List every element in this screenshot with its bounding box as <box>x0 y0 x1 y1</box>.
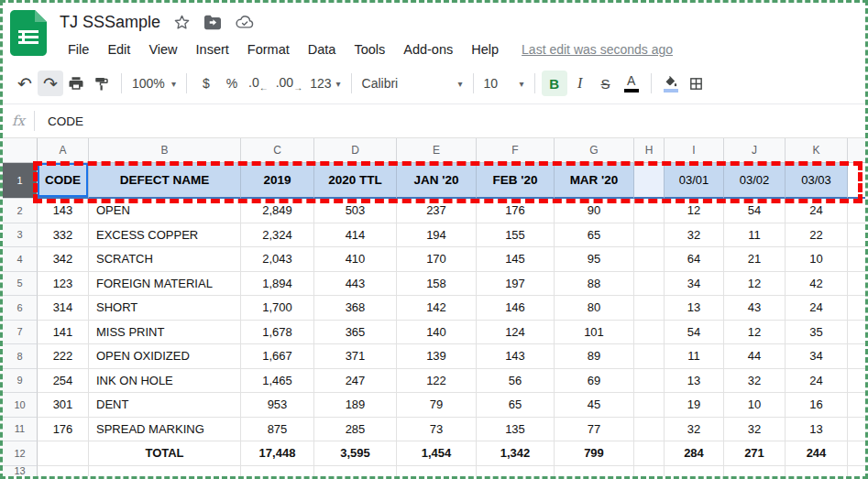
cell-k8[interactable]: 34 <box>786 344 848 369</box>
menu-item-tools[interactable]: Tools <box>346 39 393 60</box>
cell-d8[interactable]: 371 <box>314 344 397 369</box>
row-header-13[interactable]: 13 <box>3 466 38 477</box>
move-to-folder-icon[interactable] <box>203 14 222 30</box>
cell-j11[interactable]: 32 <box>724 418 786 442</box>
row-header-9[interactable]: 9 <box>3 369 38 394</box>
cell-a1[interactable]: CODE <box>38 163 89 199</box>
cell-f13[interactable] <box>477 466 555 477</box>
print-button[interactable] <box>63 71 89 96</box>
cell-f2[interactable]: 176 <box>477 199 555 223</box>
cell-e9[interactable]: 122 <box>397 369 477 394</box>
bold-button[interactable]: B <box>542 71 567 96</box>
cell-i2[interactable]: 12 <box>665 199 724 223</box>
google-sheets-logo-icon[interactable] <box>10 10 47 56</box>
menu-item-help[interactable]: Help <box>463 39 507 60</box>
cell-f10[interactable]: 65 <box>477 393 555 418</box>
more-formats-button[interactable]: 123 ▾ <box>306 71 344 96</box>
cell-h12[interactable] <box>634 441 665 466</box>
star-icon[interactable] <box>173 14 191 31</box>
cell-j12[interactable]: 271 <box>724 441 786 466</box>
cell-j6[interactable]: 43 <box>724 296 786 321</box>
cell-h13[interactable] <box>634 466 665 477</box>
cell-e3[interactable]: 194 <box>397 223 477 248</box>
cell-i6[interactable]: 13 <box>665 296 724 321</box>
cell-c5[interactable]: 1,894 <box>241 272 314 297</box>
cloud-saved-icon[interactable] <box>235 14 255 30</box>
cell-j3[interactable]: 11 <box>724 223 786 248</box>
document-title[interactable]: TJ SSSample <box>60 13 160 32</box>
text-color-button[interactable]: A <box>619 71 644 96</box>
menu-item-insert[interactable]: Insert <box>188 39 237 60</box>
cell-b4[interactable]: SCRATCH <box>89 247 241 272</box>
cell-i13[interactable] <box>665 466 724 477</box>
row-header-10[interactable]: 10 <box>3 393 38 418</box>
cell-k6[interactable]: 24 <box>786 296 848 321</box>
column-header-d[interactable]: D <box>314 138 397 163</box>
row-header-6[interactable]: 6 <box>3 296 38 321</box>
column-header-a[interactable]: A <box>38 138 89 163</box>
cell-i7[interactable]: 54 <box>665 321 724 345</box>
cell-g3[interactable]: 65 <box>555 223 634 248</box>
column-header-i[interactable]: I <box>665 138 724 163</box>
cell-e7[interactable]: 140 <box>397 321 477 345</box>
cell-d9[interactable]: 247 <box>314 369 397 394</box>
cell-i12[interactable]: 284 <box>665 441 724 466</box>
cell-i11[interactable]: 32 <box>665 418 724 442</box>
cell-d10[interactable]: 189 <box>314 393 397 418</box>
font-size-select[interactable]: 10 ▾ <box>480 71 528 96</box>
fill-color-button[interactable] <box>658 71 684 96</box>
row-header-5[interactable]: 5 <box>3 272 38 297</box>
cell-h4[interactable] <box>634 247 665 272</box>
cell-h2[interactable] <box>634 199 665 223</box>
cell-i8[interactable]: 11 <box>665 344 724 369</box>
font-select[interactable]: Calibri ▾ <box>358 71 467 96</box>
cell-j9[interactable]: 32 <box>724 369 786 394</box>
cell-e5[interactable]: 158 <box>397 272 477 297</box>
redo-button[interactable]: ↷ <box>38 71 63 96</box>
row-header-1[interactable]: 1 <box>3 163 38 199</box>
cell-b1[interactable]: DEFECT NAME <box>89 163 241 199</box>
cell-h9[interactable] <box>634 369 665 394</box>
cell-j10[interactable]: 10 <box>724 393 786 418</box>
paint-format-button[interactable] <box>89 71 115 96</box>
cell-h7[interactable] <box>634 321 665 345</box>
cell-d1[interactable]: 2020 TTL <box>314 163 397 199</box>
cell-c11[interactable]: 875 <box>241 418 314 442</box>
cell-b3[interactable]: EXCESS COPPER <box>89 223 241 248</box>
row-header-3[interactable]: 3 <box>3 223 38 248</box>
cell-c9[interactable]: 1,465 <box>241 369 314 394</box>
cell-f4[interactable]: 145 <box>477 247 555 272</box>
cell-a4[interactable]: 342 <box>38 247 89 272</box>
cell-c13[interactable] <box>241 466 314 477</box>
cell-i1[interactable]: 03/01 <box>665 163 724 199</box>
cell-a7[interactable]: 141 <box>38 321 89 345</box>
cell-j2[interactable]: 54 <box>724 199 786 223</box>
cell-c8[interactable]: 1,667 <box>241 344 314 369</box>
cell-g6[interactable]: 80 <box>555 296 634 321</box>
menu-item-edit[interactable]: Edit <box>99 39 138 60</box>
cell-b2[interactable]: OPEN <box>89 199 241 223</box>
cell-d4[interactable]: 410 <box>314 247 397 272</box>
cell-d13[interactable] <box>314 466 397 477</box>
cell-f1[interactable]: FEB '20 <box>477 163 555 199</box>
cell-c12[interactable]: 17,448 <box>241 441 314 466</box>
cell-a6[interactable]: 314 <box>38 296 89 321</box>
cell-i3[interactable]: 32 <box>665 223 724 248</box>
cell-k2[interactable]: 24 <box>786 199 848 223</box>
cell-h1[interactable] <box>634 163 665 199</box>
cell-c10[interactable]: 953 <box>241 393 314 418</box>
decrease-decimal-button[interactable]: .0← <box>245 71 272 96</box>
row-header-2[interactable]: 2 <box>3 199 38 223</box>
menu-item-format[interactable]: Format <box>239 39 298 60</box>
cell-c1[interactable]: 2019 <box>241 163 314 199</box>
cell-f5[interactable]: 197 <box>477 272 555 297</box>
cell-g5[interactable]: 88 <box>555 272 634 297</box>
cell-d2[interactable]: 503 <box>314 199 397 223</box>
cell-e11[interactable]: 73 <box>397 418 477 442</box>
select-all-corner[interactable] <box>3 138 38 163</box>
column-header-c[interactable]: C <box>241 138 314 163</box>
row-header-7[interactable]: 7 <box>3 321 38 345</box>
menu-item-view[interactable]: View <box>140 39 185 60</box>
cell-d12[interactable]: 3,595 <box>314 441 397 466</box>
cell-f3[interactable]: 155 <box>477 223 555 248</box>
